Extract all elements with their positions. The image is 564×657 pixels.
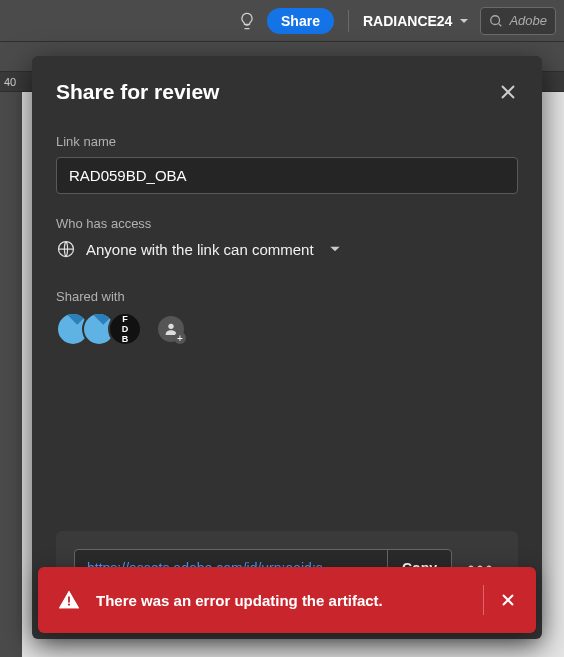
modal-header: Share for review [56, 80, 518, 104]
error-message: There was an error updating the artifact… [96, 592, 467, 609]
search-input[interactable]: Adobe [480, 7, 556, 35]
avatar[interactable]: F D B [108, 312, 142, 346]
svg-point-3 [68, 603, 70, 605]
modal-title: Share for review [56, 80, 219, 104]
search-icon [489, 14, 503, 28]
chevron-down-icon [328, 242, 342, 256]
link-name-label: Link name [56, 134, 518, 149]
access-dropdown[interactable]: Anyone with the link can comment [56, 239, 518, 259]
error-banner: There was an error updating the artifact… [38, 567, 536, 633]
shared-with-label: Shared with [56, 289, 518, 304]
divider [483, 585, 484, 615]
search-placeholder: Adobe [509, 13, 547, 28]
user-name-label: RADIANCE24 [363, 13, 452, 29]
shared-avatars: F D B + [56, 312, 518, 346]
warning-icon [58, 589, 80, 611]
share-modal: Share for review Link name Who has acces… [32, 56, 542, 639]
access-value: Anyone with the link can comment [86, 241, 314, 258]
svg-point-0 [491, 15, 500, 24]
share-button[interactable]: Share [267, 8, 334, 34]
top-bar: Share RADIANCE24 Adobe [0, 0, 564, 42]
access-label: Who has access [56, 216, 518, 231]
chevron-down-icon [458, 15, 470, 27]
user-menu[interactable]: RADIANCE24 [363, 13, 470, 29]
globe-icon [56, 239, 76, 259]
close-icon[interactable] [500, 592, 516, 608]
lightbulb-icon[interactable] [237, 11, 257, 31]
add-person-button[interactable]: + [158, 316, 184, 342]
divider [348, 10, 349, 32]
close-icon[interactable] [498, 82, 518, 102]
svg-point-2 [168, 324, 173, 329]
link-name-input[interactable] [56, 157, 518, 194]
ruler-tick: 40 [4, 76, 16, 88]
plus-icon: + [174, 332, 186, 344]
